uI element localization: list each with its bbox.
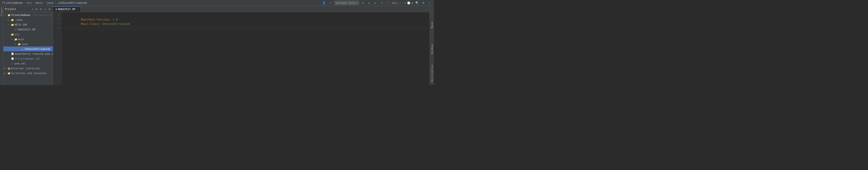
git-area: Git: ✓ ✓ ↑ 🕐 ↺ (392, 1, 413, 5)
more-run-options[interactable]: ⚡ (379, 0, 384, 5)
tab-manifest[interactable]: m MANIFEST.MF ✕ (53, 6, 81, 12)
tree-item-unbound[interactable]: ▶ ☕ UnboundStreamJob (3, 46, 53, 52)
expand-arrow-main: ▾ (11, 38, 13, 40)
top-bar: flinkJobDemo › src › main › java › ☕ Unb… (0, 0, 434, 6)
code-line-2: Main-Class: UnboundStreamJob (63, 18, 428, 22)
git-rollback-icon[interactable]: ↺ (411, 1, 413, 5)
more-icon[interactable]: ⋮ (427, 0, 432, 5)
editor-area: m MANIFEST.MF ✕ ⋮ 1 2 3 4 Manifest-Versi… (53, 6, 430, 85)
notifications-label: Notifications (431, 65, 433, 81)
breadcrumb-java[interactable]: java (46, 1, 53, 5)
panel-title: Project (5, 7, 31, 11)
panel-header: Project ▾ ⊕ ≡ ⇕ ⚙ (3, 6, 53, 12)
tree-item-iml[interactable]: ▶ 📄 flinkJobdemo.iml (3, 56, 53, 61)
breadcrumb-file: ☕ UnboundStreamJob (57, 1, 87, 5)
project-tree: ▾ 📁 flinkJobDemo ~/Documents/GitHub/JJav… (3, 12, 53, 85)
tab-bar: m MANIFEST.MF ✕ ⋮ (53, 6, 430, 12)
debug-button[interactable]: ⏵ (373, 0, 378, 5)
sep3: › (43, 1, 45, 5)
editor-toolbar-right: ⋮ (424, 8, 430, 12)
line-num-2: 2 (53, 18, 61, 22)
tree-item-src[interactable]: ▾ 📁 src (3, 32, 53, 37)
user-icon[interactable]: 👤 (321, 0, 327, 5)
settings-icon[interactable]: ⚙ (421, 0, 426, 5)
breadcrumb-main[interactable]: main (36, 1, 43, 5)
stop-button[interactable]: ⬛ (386, 0, 391, 5)
code-area[interactable]: Manifest-Version: 1.0 Main-Class: Unboun… (62, 12, 430, 85)
collapse-all-icon[interactable]: ≡ (39, 7, 43, 11)
tree-subtitle-root: ~/Documents/GitHub/JJavaDemo/flinkJobDem… (32, 14, 53, 16)
root-folder-icon: 📁 (7, 13, 11, 17)
run-button[interactable]: ▶ (361, 0, 365, 5)
scratches-icon: 📁 (7, 71, 11, 75)
iml-icon: 📄 (11, 57, 14, 60)
tree-label-meta: META-INF (14, 23, 27, 26)
nav-back-icon[interactable]: ← (328, 0, 333, 5)
project-strip-label[interactable]: Project (0, 7, 3, 16)
editor-more-icon[interactable]: ⋮ (424, 8, 428, 12)
tree-label-scratches: Scratches and Consoles (11, 72, 46, 75)
panel-toolbar: ⊕ ≡ ⇕ ⚙ (34, 7, 51, 11)
meta-folder-icon: 📁 (11, 23, 14, 26)
line-num-1: 1 (53, 13, 61, 18)
current-file-label: Current File (336, 1, 355, 5)
expand-arrow-idea: ▶ (8, 19, 10, 21)
run-with-coverage[interactable]: ▶ (367, 0, 372, 5)
pom-icon: m (11, 62, 14, 65)
tree-item-meta-inf[interactable]: ▾ 📁 META-INF (3, 22, 53, 27)
sep2: › (33, 1, 35, 5)
search-icon[interactable]: 🔍 (414, 0, 420, 5)
expand-arrow-java: ▾ (14, 43, 17, 45)
breadcrumb-src[interactable]: src (27, 1, 32, 5)
dep-pom-icon: 📄 (11, 52, 14, 56)
tree-label-unbound: UnboundStreamJob (25, 47, 51, 50)
panel-settings-icon[interactable]: ⚙ (48, 7, 51, 11)
expand-arrow-src: ▾ (8, 33, 10, 36)
tree-label-ext-libs: External Libraries (11, 67, 40, 70)
tree-label-root: flinkJobDemo (11, 13, 30, 17)
expand-arrow-root: ▾ (4, 14, 7, 16)
tree-label-idea: .idea (14, 19, 23, 22)
left-panel-strip: Project (0, 6, 3, 85)
git-check-icon[interactable]: ✓ (400, 1, 401, 5)
right-panel-notifications[interactable]: Notifications (430, 61, 434, 85)
git-push-icon[interactable]: ↑ (405, 1, 406, 5)
tree-item-dep-pom[interactable]: ▶ 📄 dependency-reduced-pom.xml (3, 52, 53, 56)
git-history-icon[interactable]: 🕐 (407, 1, 410, 5)
tab-manifest-icon: m (56, 8, 57, 11)
tree-label-pom: pom.xml (14, 62, 26, 65)
tree-item-flinkJobDemo[interactable]: ▾ 📁 flinkJobDemo ~/Documents/GitHub/JJav… (3, 12, 53, 18)
breadcrumb-project[interactable]: flinkJobDemo (2, 1, 23, 5)
java-icon: ☕ (57, 1, 59, 5)
expand-arrow-ext: ▶ (4, 67, 7, 69)
git-check2-icon[interactable]: ✓ (402, 1, 404, 5)
tree-label-dep-pom: dependency-reduced-pom.xml (14, 52, 53, 56)
expand-all-icon[interactable]: ⇕ (43, 7, 47, 11)
main-content: Project Project ▾ ⊕ ≡ ⇕ ⚙ ▾ 📁 flinkJobDe… (0, 6, 434, 85)
ext-libs-icon: 📚 (7, 67, 11, 70)
idea-folder-icon: 📁 (11, 18, 14, 22)
tab-manifest-label: MANIFEST.MF (58, 8, 75, 11)
right-panel-database[interactable]: Database (430, 37, 434, 61)
panel-dropdown-icon[interactable]: ▾ (32, 8, 33, 10)
tree-item-main[interactable]: ▾ 📁 main (3, 37, 53, 42)
unbound-class-icon: ☕ (21, 47, 24, 50)
current-file-dropdown[interactable]: Current File ▾ (334, 1, 359, 5)
sep4: › (54, 1, 56, 5)
tab-close-icon[interactable]: ✕ (76, 8, 78, 11)
right-panel-maven[interactable]: Maven (430, 13, 434, 37)
locate-icon[interactable]: ⊕ (34, 7, 38, 11)
java-folder-icon: 📁 (18, 42, 21, 46)
src-folder-icon: 📁 (11, 33, 14, 36)
tree-item-scratches[interactable]: ▶ 📁 Scratches and Consoles (3, 71, 53, 75)
val-version: 1.0 (113, 18, 118, 21)
tree-item-pom[interactable]: ▶ m pom.xml (3, 61, 53, 66)
tree-item-java[interactable]: ▾ 📁 java (3, 42, 53, 46)
tree-item-idea[interactable]: ▶ 📁 .idea (3, 18, 53, 22)
expand-arrow-meta: ▾ (8, 24, 10, 26)
manifest-icon: m (14, 28, 18, 31)
tree-item-manifest[interactable]: ▶ m MANIFEST.MF (3, 27, 53, 32)
tree-item-ext-libs[interactable]: ▶ 📚 External Libraries (3, 66, 53, 71)
code-line-4 (63, 26, 428, 31)
val-class: UnboundStreamJob (102, 22, 130, 26)
